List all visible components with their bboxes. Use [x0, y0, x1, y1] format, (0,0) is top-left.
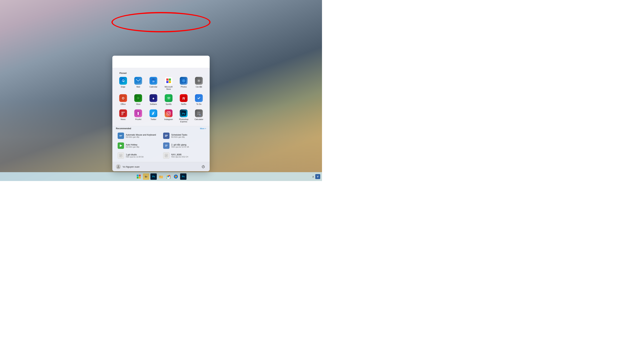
rec-goi-dtudio[interactable]: 1.gói dtudio Hôm qua lúc 12:38 SA: [116, 151, 161, 160]
svg-point-13: [183, 80, 184, 81]
svg-rect-7: [166, 78, 168, 81]
svg-rect-40: [196, 111, 201, 116]
app-news[interactable]: News: [116, 108, 130, 124]
app-netflix[interactable]: N Netflix: [176, 92, 191, 107]
taskbar: Br Ps Ps ∧ V: [0, 172, 322, 181]
photoshop-express-icon: Ps: [180, 109, 188, 117]
svg-rect-43: [198, 113, 200, 114]
auto-mouse-name: Automatic Mouse and Keyboard: [126, 134, 159, 136]
instagram-label: Instagram: [164, 118, 173, 121]
instagram-icon: [165, 109, 172, 117]
svg-rect-10: [169, 81, 171, 83]
user-name: Vu Nguyen xuan: [122, 165, 140, 168]
app-calendar[interactable]: 15 Calendar: [146, 75, 161, 92]
nxv-icon: [163, 152, 170, 159]
scheduled-tasks-info: Scheduled Tasks Đã thêm gần đây: [171, 134, 204, 138]
goi-bac-giang-sub: Hôm qua lúc 12:41 SA: [171, 146, 204, 148]
scheduled-tasks-sub: Đã thêm gần đây: [171, 136, 204, 138]
rec-auto-hotkey[interactable]: Auto Hotkey Đã thêm gần đây: [116, 141, 161, 150]
todo-icon: [195, 94, 203, 102]
pinned-section: Pinned Edge Mail 15: [112, 68, 210, 126]
app-todo[interactable]: To Do: [192, 92, 206, 107]
svg-rect-67: [166, 156, 167, 157]
chevron-up-icon[interactable]: ∧: [312, 175, 314, 178]
svg-rect-52: [165, 135, 168, 135]
svg-rect-45: [197, 114, 198, 115]
netflix-label: Netflix: [181, 103, 186, 105]
goi-dtudio-name: 1.gói dtudio: [126, 153, 159, 156]
app-photos[interactable]: Photos: [176, 75, 191, 92]
app-xbox[interactable]: Xbox: [131, 92, 146, 107]
user-info[interactable]: Vu Nguyen xuan: [116, 164, 140, 169]
svg-point-0: [121, 78, 126, 83]
svg-rect-29: [121, 114, 124, 114]
store-icon: [165, 77, 172, 85]
svg-rect-70: [139, 175, 141, 176]
news-icon: [119, 109, 127, 117]
svg-text:N: N: [182, 96, 185, 100]
svg-rect-59: [165, 146, 167, 147]
mail-label: Mail: [136, 86, 140, 88]
picsart-label: PicsArt: [135, 118, 141, 121]
svg-rect-46: [198, 114, 200, 115]
calculator-icon: [195, 109, 203, 117]
taskbar-ps2-icon[interactable]: Ps: [180, 173, 186, 180]
start-menu: Pinned Edge Mail 15: [112, 56, 210, 171]
svg-point-32: [138, 112, 139, 113]
app-solitaire[interactable]: ♠ Solitaire: [146, 92, 161, 107]
goi-bac-giang-info: 2. gói bắc giang Hôm qua lúc 12:41 SA: [171, 144, 204, 148]
app-photoshop-express[interactable]: Ps Photoshop Express: [176, 108, 191, 124]
rec-goi-bac-giang[interactable]: 2. gói bắc giang Hôm qua lúc 12:41 SA: [161, 141, 206, 150]
app-store[interactable]: Microsoft Store: [161, 75, 176, 92]
app-edge[interactable]: Edge: [116, 75, 130, 92]
svg-marker-55: [120, 144, 122, 147]
app-calculator[interactable]: Calculator: [192, 108, 206, 124]
desktop: Pinned Edge Mail 15: [0, 0, 322, 181]
svg-rect-61: [120, 155, 122, 155]
spotify-label: Spotify: [166, 103, 172, 105]
svg-point-37: [170, 112, 170, 112]
svg-text:Ps: Ps: [182, 112, 185, 115]
power-button[interactable]: [200, 164, 206, 170]
app-office[interactable]: O Office: [116, 92, 130, 107]
more-button[interactable]: More >: [200, 127, 206, 130]
app-twitter[interactable]: Twitter: [146, 108, 161, 124]
svg-text:15: 15: [152, 80, 154, 82]
app-instagram[interactable]: Instagram: [161, 108, 176, 124]
svg-point-15: [198, 80, 200, 81]
auto-hotkey-icon: [118, 142, 124, 149]
goi-bac-giang-name: 2. gói bắc giang: [171, 144, 204, 146]
auto-hotkey-info: Auto Hotkey Đã thêm gần đây: [126, 144, 159, 148]
taskbar-chrome-icon[interactable]: [165, 173, 172, 180]
rec-auto-mouse[interactable]: Automatic Mouse and Keyboard Đã thêm gần…: [116, 131, 161, 140]
solitaire-icon: ♠: [150, 94, 157, 102]
news-label: News: [121, 118, 126, 121]
svg-rect-50: [120, 136, 122, 136]
app-spotify[interactable]: Spotify: [161, 92, 176, 107]
xbox-icon: [134, 94, 142, 102]
auto-hotkey-name: Auto Hotkey: [126, 144, 159, 146]
app-picsart[interactable]: PicsArt: [131, 108, 146, 124]
taskbar-windows-button[interactable]: [136, 173, 142, 180]
taskbar-photoshop-icon[interactable]: Ps: [150, 173, 157, 180]
app-mail[interactable]: Mail: [131, 75, 146, 92]
taskbar-files-icon[interactable]: [158, 173, 164, 180]
scheduled-tasks-name: Scheduled Tasks: [171, 134, 204, 136]
twitter-icon: [150, 109, 157, 117]
rec-nxv[interactable]: NXV_8095 Hôm qua lúc 8:52 CH: [161, 151, 206, 160]
recommended-grid: Automatic Mouse and Keyboard Đã thêm gần…: [116, 131, 206, 160]
calendar-label: Calendar: [150, 86, 158, 88]
taskbar-firefox-icon[interactable]: [173, 173, 179, 180]
app-settings[interactable]: Cài đặt: [192, 75, 206, 92]
spotify-icon: [165, 94, 172, 102]
svg-rect-48: [119, 134, 123, 138]
store-label: Microsoft Store: [162, 86, 175, 90]
photoshop-express-label: Photoshop Express: [178, 118, 190, 123]
pinned-label: Pinned: [116, 70, 206, 75]
svg-point-81: [175, 176, 176, 177]
virustotal-icon: V: [315, 174, 320, 179]
avatar: [116, 164, 121, 169]
rec-scheduled-tasks[interactable]: Scheduled Tasks Đã thêm gần đây: [161, 131, 206, 140]
taskbar-bridge-icon[interactable]: Br: [143, 173, 149, 180]
svg-rect-47: [200, 114, 200, 115]
